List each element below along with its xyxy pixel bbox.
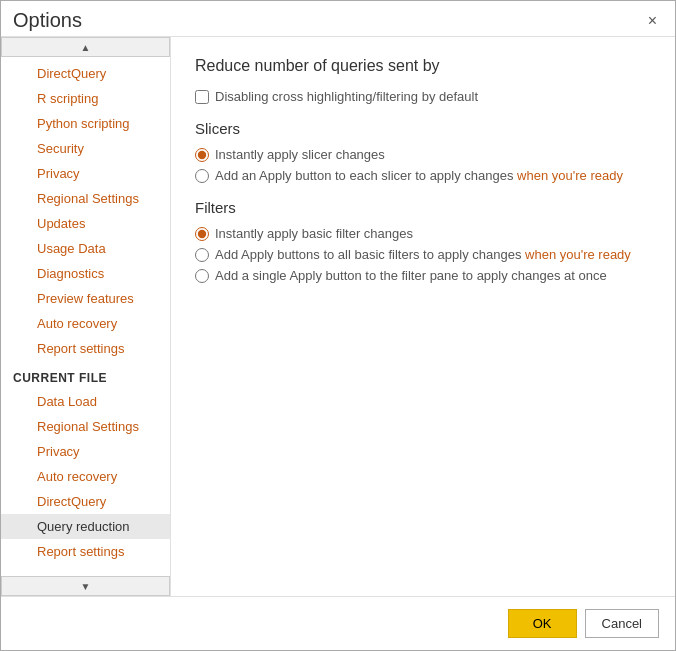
filter-apply-all-radio[interactable] [195,248,209,262]
sidebar-item-privacy[interactable]: Privacy [1,161,170,186]
slicer-apply-link: when you're ready [517,168,623,183]
sidebar-item-data-load[interactable]: Data Load [1,389,170,414]
filter-option-single-apply: Add a single Apply button to the filter … [195,268,651,283]
filter-apply-all-label: Add Apply buttons to all basic filters t… [215,247,631,262]
filter-option-instant: Instantly apply basic filter changes [195,226,651,241]
sidebar-item-current-auto-recovery[interactable]: Auto recovery [1,464,170,489]
filter-single-apply-label: Add a single Apply button to the filter … [215,268,607,283]
slicer-apply-label: Add an Apply button to each slicer to ap… [215,168,623,183]
slicer-instant-radio[interactable] [195,148,209,162]
sidebar-item-current-privacy[interactable]: Privacy [1,439,170,464]
sidebar-item-regional-settings[interactable]: Regional Settings [1,186,170,211]
options-dialog: Options × ▲ DirectQuery R scripting Pyth… [0,0,676,651]
slicer-option-instant: Instantly apply slicer changes [195,147,651,162]
filter-instant-radio[interactable] [195,227,209,241]
current-file-header: CURRENT FILE [1,361,170,389]
sidebar-item-direct-query[interactable]: DirectQuery [1,61,170,86]
scroll-up-button[interactable]: ▲ [1,37,170,57]
sidebar-item-report-settings[interactable]: Report settings [1,336,170,361]
sidebar-item-query-reduction[interactable]: Query reduction [1,514,170,539]
slicer-option-apply-button: Add an Apply button to each slicer to ap… [195,168,651,183]
title-bar: Options × [1,1,675,36]
scroll-down-button[interactable]: ▼ [1,576,170,596]
dialog-footer: OK Cancel [1,596,675,650]
cross-highlight-checkbox[interactable] [195,90,209,104]
sidebar-item-updates[interactable]: Updates [1,211,170,236]
content-area: Reduce number of queries sent by Disabli… [171,37,675,596]
sidebar-item-current-direct-query[interactable]: DirectQuery [1,489,170,514]
disabling-cross-highlight-row: Disabling cross highlighting/filtering b… [195,89,651,104]
sidebar-item-preview-features[interactable]: Preview features [1,286,170,311]
filters-heading: Filters [195,199,651,216]
sidebar-item-security[interactable]: Security [1,136,170,161]
sidebar-item-r-scripting[interactable]: R scripting [1,86,170,111]
filter-single-apply-radio[interactable] [195,269,209,283]
dialog-title: Options [13,9,82,32]
sidebar-item-diagnostics[interactable]: Diagnostics [1,261,170,286]
ok-button[interactable]: OK [508,609,577,638]
filters-radio-group: Instantly apply basic filter changes Add… [195,226,651,283]
dialog-body: ▲ DirectQuery R scripting Python scripti… [1,36,675,596]
close-button[interactable]: × [642,10,663,32]
sidebar-item-current-regional[interactable]: Regional Settings [1,414,170,439]
sidebar: ▲ DirectQuery R scripting Python scripti… [1,37,171,596]
slicers-radio-group: Instantly apply slicer changes Add an Ap… [195,147,651,183]
sidebar-item-auto-recovery[interactable]: Auto recovery [1,311,170,336]
sidebar-item-python-scripting[interactable]: Python scripting [1,111,170,136]
slicers-heading: Slicers [195,120,651,137]
filter-option-apply-buttons: Add Apply buttons to all basic filters t… [195,247,651,262]
sidebar-item-usage-data[interactable]: Usage Data [1,236,170,261]
sidebar-scroll: DirectQuery R scripting Python scripting… [1,57,170,576]
slicer-instant-label: Instantly apply slicer changes [215,147,385,162]
filter-instant-label: Instantly apply basic filter changes [215,226,413,241]
content-title: Reduce number of queries sent by [195,57,651,75]
cancel-button[interactable]: Cancel [585,609,659,638]
slicer-apply-radio[interactable] [195,169,209,183]
filter-apply-all-link: when you're ready [525,247,631,262]
sidebar-item-current-report-settings[interactable]: Report settings [1,539,170,564]
cross-highlight-label: Disabling cross highlighting/filtering b… [215,89,478,104]
